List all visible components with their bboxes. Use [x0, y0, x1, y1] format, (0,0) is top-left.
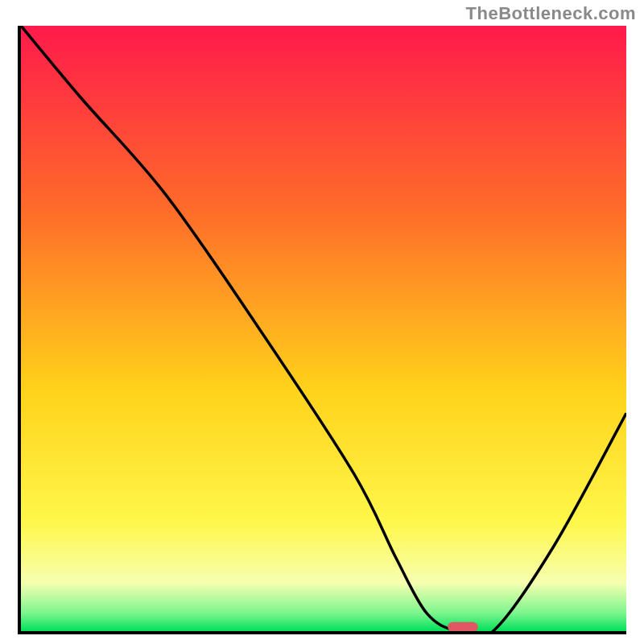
plot-svg: [21, 26, 626, 631]
chart-frame: TheBottleneck.com: [0, 0, 644, 644]
plot-area: [18, 26, 626, 634]
gradient-background: [21, 26, 626, 631]
optimal-marker: [448, 622, 478, 631]
attribution-text: TheBottleneck.com: [466, 3, 636, 24]
